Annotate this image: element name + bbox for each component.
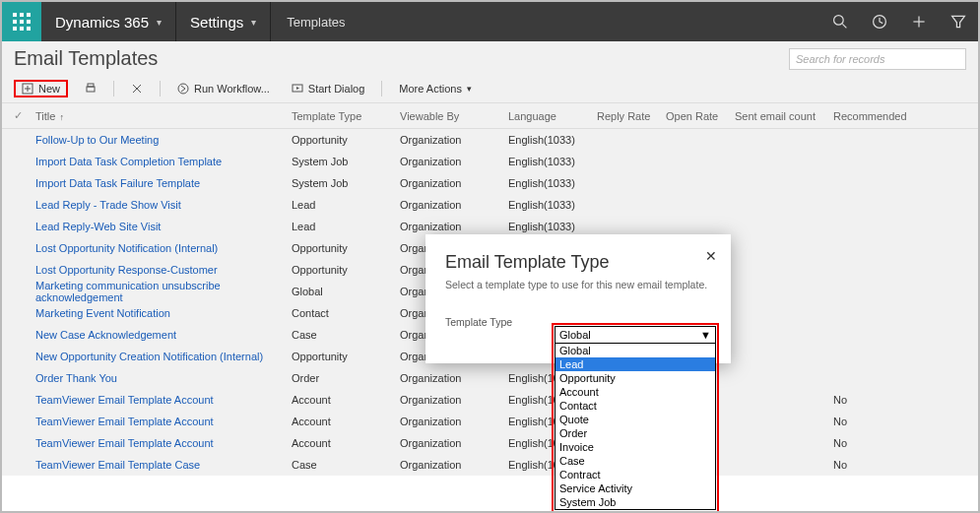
filter-icon[interactable] — [939, 2, 978, 41]
record-link[interactable]: New Case Acknowledgement — [35, 329, 176, 341]
cell-rec: No — [833, 394, 932, 406]
table-row[interactable]: Import Data Task Failure TemplateSystem … — [2, 172, 978, 194]
dropdown-option[interactable]: Order — [555, 426, 715, 440]
toolbar-separator — [381, 81, 382, 96]
dropdown-option[interactable]: Contact — [555, 399, 715, 413]
print-button[interactable] — [80, 80, 101, 97]
col-open[interactable]: Open Rate — [666, 110, 735, 122]
table-row[interactable]: Import Data Task Completion TemplateSyst… — [2, 151, 978, 172]
select-all-checkbox[interactable]: ✓ — [14, 109, 23, 122]
cell-lang: English(1033) — [508, 134, 597, 146]
close-button[interactable]: ✕ — [705, 248, 717, 264]
chevron-down-icon: ▾ — [157, 17, 162, 28]
svg-rect-8 — [27, 27, 31, 31]
cell-view: Organization — [400, 437, 508, 449]
cell-type: Case — [292, 329, 400, 341]
svg-rect-4 — [20, 20, 24, 24]
delete-button[interactable] — [126, 80, 148, 97]
recent-icon[interactable] — [860, 2, 899, 41]
cell-type: Opportunity — [292, 134, 400, 146]
col-reply[interactable]: Reply Rate — [597, 110, 666, 122]
record-link[interactable]: Import Data Task Completion Template — [35, 156, 222, 167]
svg-rect-1 — [20, 13, 24, 17]
svg-rect-3 — [13, 20, 17, 24]
template-type-select[interactable]: Global ▼ — [555, 326, 716, 344]
grid-header: ✓ Title↑ Template Type Viewable By Langu… — [2, 103, 978, 129]
search-icon[interactable] — [820, 2, 860, 41]
record-link[interactable]: TeamViewer Email Template Account — [35, 416, 214, 427]
cell-view: Organization — [400, 459, 508, 471]
cell-title: Marketing communication unsubscribe ackn… — [35, 280, 292, 303]
add-icon[interactable] — [899, 2, 939, 41]
nav-brand[interactable]: Dynamics 365 ▾ — [41, 2, 175, 41]
record-link[interactable]: Marketing Event Notification — [35, 307, 170, 319]
table-row[interactable]: Order Thank YouOrderOrganizationEnglish(… — [2, 367, 978, 389]
cell-rec: No — [833, 437, 932, 449]
dialog-icon — [292, 83, 303, 95]
record-link[interactable]: TeamViewer Email Template Account — [35, 394, 214, 406]
cell-type: Opportunity — [292, 351, 400, 362]
run-workflow-label: Run Workflow... — [194, 83, 270, 95]
record-link[interactable]: Lost Opportunity Response-Customer — [35, 264, 218, 276]
nav-breadcrumb[interactable]: Templates — [271, 15, 360, 30]
col-title[interactable]: Title↑ — [35, 110, 292, 122]
record-link[interactable]: Order Thank You — [35, 372, 117, 384]
dropdown-option[interactable]: Account — [555, 385, 715, 399]
app-launcher-tile[interactable] — [2, 2, 41, 41]
col-view[interactable]: Viewable By — [400, 110, 508, 122]
table-row[interactable]: TeamViewer Email Template CaseCaseOrgani… — [2, 454, 978, 476]
caret-down-icon: ▼ — [700, 329, 711, 341]
table-row[interactable]: TeamViewer Email Template AccountAccount… — [2, 432, 978, 454]
dropdown-option[interactable]: Opportunity — [555, 371, 715, 385]
table-row[interactable]: TeamViewer Email Template AccountAccount… — [2, 389, 978, 411]
record-link[interactable]: TeamViewer Email Template Case — [35, 459, 200, 471]
svg-rect-19 — [88, 84, 94, 87]
record-link[interactable]: Marketing communication unsubscribe ackn… — [35, 280, 221, 303]
record-link[interactable]: Lead Reply-Web Site Visit — [35, 221, 161, 232]
svg-rect-0 — [13, 13, 17, 17]
dropdown-option[interactable]: Invoice — [555, 440, 715, 454]
new-button[interactable]: New — [14, 80, 68, 97]
dropdown-option[interactable]: Quote — [555, 413, 715, 426]
col-lang[interactable]: Language — [508, 110, 597, 122]
record-link[interactable]: Lost Opportunity Notification (Internal) — [35, 242, 218, 254]
cell-type: System Job — [292, 177, 400, 189]
start-dialog-button[interactable]: Start Dialog — [287, 80, 369, 97]
record-link[interactable]: Import Data Task Failure Template — [35, 177, 200, 189]
search-input[interactable] — [789, 48, 966, 70]
nav-area[interactable]: Settings ▾ — [176, 2, 270, 41]
cell-type: Account — [292, 437, 400, 449]
dropdown-option[interactable]: System Job — [555, 495, 715, 509]
start-dialog-label: Start Dialog — [308, 83, 364, 95]
col-sent[interactable]: Sent email count — [735, 110, 833, 122]
svg-rect-6 — [13, 27, 17, 31]
dropdown-option[interactable]: Global — [555, 344, 715, 357]
print-icon — [85, 83, 97, 95]
table-row[interactable]: Lead Reply - Trade Show VisitLeadOrganiz… — [2, 194, 978, 216]
run-workflow-button[interactable]: Run Workflow... — [172, 80, 275, 97]
cell-view: Organization — [400, 372, 508, 384]
record-link[interactable]: Follow-Up to Our Meeting — [35, 134, 159, 146]
nav-right — [820, 2, 978, 41]
toolbar-separator — [160, 81, 161, 96]
table-row[interactable]: TeamViewer Email Template AccountAccount… — [2, 411, 978, 432]
select-value: Global — [559, 329, 591, 341]
table-row[interactable]: Follow-Up to Our MeetingOpportunityOrgan… — [2, 129, 978, 151]
nav-brand-label: Dynamics 365 — [55, 14, 149, 31]
cell-lang: English(1033) — [508, 177, 597, 189]
dropdown-option[interactable]: Contract — [555, 468, 715, 481]
dialog-title: Email Template Type — [445, 252, 711, 273]
toolbar-separator — [113, 81, 114, 96]
dropdown-option[interactable]: Service Activity — [555, 481, 715, 495]
dropdown-option[interactable]: Lead — [555, 357, 715, 371]
more-actions-button[interactable]: More Actions ▾ — [394, 80, 477, 97]
dialog-desc: Select a template type to use for this n… — [445, 279, 711, 290]
record-link[interactable]: TeamViewer Email Template Account — [35, 437, 214, 449]
cell-type: Contact — [292, 307, 400, 319]
col-rec[interactable]: Recommended — [833, 110, 932, 122]
record-link[interactable]: Lead Reply - Trade Show Visit — [35, 199, 181, 211]
dropdown-option[interactable]: Case — [555, 454, 715, 468]
record-link[interactable]: New Opportunity Creation Notification (I… — [35, 351, 263, 362]
col-type[interactable]: Template Type — [292, 110, 400, 122]
cell-title: Import Data Task Completion Template — [35, 156, 292, 167]
